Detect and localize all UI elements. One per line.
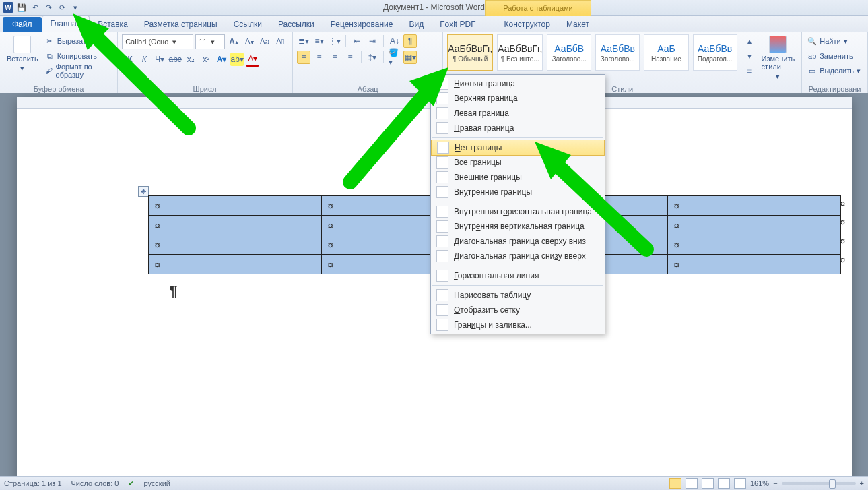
superscript-icon[interactable]: x² <box>199 53 213 66</box>
styles-more-icon[interactable]: ≡ <box>743 64 756 78</box>
cut-button[interactable]: ✂Вырезать <box>44 34 114 48</box>
replace-button[interactable]: abЗаменить <box>806 49 854 63</box>
status-page[interactable]: Страница: 1 из 1 <box>4 479 62 487</box>
status-proofing-icon[interactable]: ✔ <box>128 479 134 488</box>
web-view-icon[interactable] <box>702 478 714 489</box>
menu-item-label: Внутренние границы <box>454 187 532 197</box>
outline-view-icon[interactable] <box>718 478 730 489</box>
style-name: Заголово... <box>552 55 587 63</box>
change-styles-icon <box>769 36 787 53</box>
style-item[interactable]: АаБбВвПодзагол... <box>693 34 737 71</box>
status-language[interactable]: русский <box>143 479 170 487</box>
menu-item[interactable]: Правая граница <box>431 121 605 135</box>
multilevel-icon[interactable]: ⋮▾ <box>328 34 341 48</box>
menu-item[interactable]: Нет границы <box>431 140 605 156</box>
tab-insert[interactable]: Вставка <box>90 17 136 32</box>
tab-home[interactable]: Главная <box>42 16 90 32</box>
menu-item[interactable]: Внутренняя горизонтальная граница <box>431 204 605 219</box>
menu-item[interactable]: Диагональная граница сверху вниз <box>431 234 605 249</box>
menu-item[interactable]: Отобразить сетку <box>431 303 605 317</box>
font-size-combo[interactable]: 11▾ <box>195 34 225 49</box>
menu-item[interactable]: Горизонтальная линия <box>431 268 605 283</box>
menu-item[interactable]: Нарисовать таблицу <box>431 288 605 303</box>
font-color-icon[interactable]: A▾ <box>246 52 259 67</box>
save-icon[interactable]: 💾 <box>16 2 27 13</box>
table-move-handle[interactable]: ✥ <box>138 186 149 197</box>
text-effects-icon[interactable]: A▾ <box>215 53 228 66</box>
grow-font-icon[interactable]: A▴ <box>227 35 240 49</box>
fullscreen-view-icon[interactable] <box>686 478 698 489</box>
tab-references[interactable]: Ссылки <box>226 17 270 32</box>
zoom-label[interactable]: 161% <box>750 479 769 487</box>
bullets-icon[interactable]: ≣▾ <box>297 34 310 48</box>
tab-view[interactable]: Вид <box>401 17 432 32</box>
menu-item[interactable]: Левая граница <box>431 106 605 121</box>
tab-table-layout[interactable]: Макет <box>558 17 597 32</box>
borders-icon[interactable]: ▦▾ <box>403 51 417 64</box>
tab-file[interactable]: Файл <box>3 17 42 32</box>
styles-row-up-icon[interactable]: ▴ <box>743 34 756 48</box>
menu-item[interactable]: Все границы <box>431 155 605 170</box>
align-right-icon[interactable]: ≡ <box>328 51 341 64</box>
status-words[interactable]: Число слов: 0 <box>71 479 119 487</box>
select-button[interactable]: ▭Выделить ▾ <box>806 64 862 78</box>
styles-row-down-icon[interactable]: ▾ <box>743 49 756 63</box>
undo-icon[interactable]: ↶ <box>30 2 40 13</box>
decrease-indent-icon[interactable]: ⇤ <box>350 34 364 48</box>
style-item[interactable]: АаБбВвГг,¶ Обычный <box>447 34 493 71</box>
style-item[interactable]: АаБбВЗаголово... <box>547 34 591 71</box>
menu-item[interactable]: Внутренние границы <box>431 185 605 200</box>
paste-button[interactable]: Вставить ▾ <box>4 34 41 74</box>
tab-mailings[interactable]: Рассылки <box>270 17 323 32</box>
increase-indent-icon[interactable]: ⇥ <box>366 34 379 48</box>
highlight-icon[interactable]: ab▾ <box>230 53 244 66</box>
zoom-thumb[interactable] <box>829 479 836 489</box>
replace-icon: ab <box>807 51 817 61</box>
strike-icon[interactable]: abc <box>168 53 182 66</box>
qat-more-icon[interactable]: ▾ <box>70 2 81 13</box>
refresh-icon[interactable]: ⟳ <box>57 2 67 13</box>
align-left-icon[interactable]: ≡ <box>297 51 310 64</box>
zoom-slider[interactable] <box>782 482 856 485</box>
format-painter-button[interactable]: 🖌Формат по образцу <box>44 64 114 78</box>
menu-item[interactable]: Диагональная граница снизу вверх <box>431 249 605 264</box>
style-item[interactable]: АаБбВвГг,¶ Без инте... <box>497 34 543 71</box>
tab-layout[interactable]: Разметка страницы <box>136 17 226 32</box>
menu-item[interactable]: Внешние границы <box>431 170 605 185</box>
draft-view-icon[interactable] <box>734 478 746 489</box>
app-icon[interactable]: W <box>3 2 13 13</box>
print-layout-view-icon[interactable] <box>669 478 681 489</box>
menu-item[interactable]: Нижняя граница <box>431 76 605 91</box>
zoom-out-icon[interactable]: − <box>773 479 777 487</box>
find-button[interactable]: 🔍Найти ▾ <box>806 34 848 48</box>
zoom-in-icon[interactable]: + <box>860 479 864 487</box>
shading-icon[interactable]: 🪣▾ <box>388 51 401 64</box>
font-name-combo[interactable]: Calibri (Осно▾ <box>122 34 193 49</box>
change-case-icon[interactable]: Aa <box>258 35 271 49</box>
copy-button[interactable]: ⧉Копировать <box>44 49 114 63</box>
line-spacing-icon[interactable]: ‡▾ <box>366 51 379 64</box>
shrink-font-icon[interactable]: A▾ <box>242 35 256 49</box>
align-center-icon[interactable]: ≡ <box>312 51 326 64</box>
italic-icon[interactable]: К <box>137 53 151 66</box>
menu-item[interactable]: Границы и заливка... <box>431 317 605 332</box>
justify-icon[interactable]: ≡ <box>343 51 357 64</box>
style-item[interactable]: АаБбВвЗаголово... <box>595 34 640 71</box>
minimize-icon[interactable]: — <box>853 3 863 13</box>
show-marks-icon[interactable]: ¶ <box>403 34 417 48</box>
tab-review[interactable]: Рецензирование <box>323 17 401 32</box>
menu-item[interactable]: Верхняя граница <box>431 91 605 106</box>
sort-icon[interactable]: A↓ <box>388 34 401 48</box>
style-item[interactable]: АаБНазвание <box>644 34 688 71</box>
clear-formatting-icon[interactable]: A⃠ <box>273 35 287 49</box>
tab-foxit[interactable]: Foxit PDF <box>432 17 483 32</box>
underline-icon[interactable]: Ч▾ <box>153 53 166 66</box>
tab-design[interactable]: Конструктор <box>496 17 558 32</box>
menu-item[interactable]: Внутренняя вертикальная граница <box>431 219 605 234</box>
bold-icon[interactable]: Ж <box>122 53 135 66</box>
subscript-icon[interactable]: x₂ <box>184 53 197 66</box>
numbering-icon[interactable]: ≡▾ <box>312 34 326 48</box>
redo-icon[interactable]: ↷ <box>43 2 54 13</box>
style-sample: АаБбВ <box>554 43 584 54</box>
change-styles-button[interactable]: Изменитьстили▾ <box>759 34 798 82</box>
